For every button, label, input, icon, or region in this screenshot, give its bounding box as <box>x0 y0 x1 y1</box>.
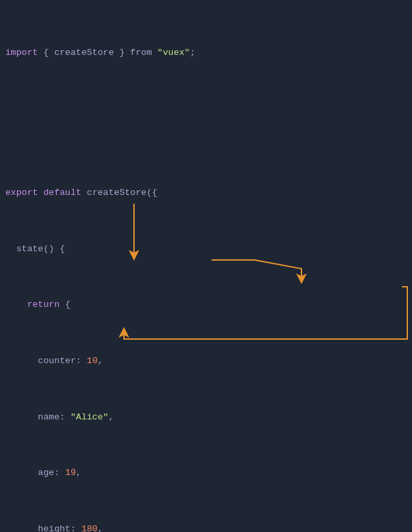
line-6: return { <box>5 298 407 312</box>
line-5: state() { <box>5 243 407 257</box>
line-4: export default createStore({ <box>5 186 407 200</box>
arrow-getters-to-discount-ref <box>212 260 301 279</box>
line-9: age: 19, <box>5 466 407 480</box>
line-10: height: 180, <box>5 523 407 532</box>
arrows-overlay <box>0 4 412 532</box>
line-7: counter: 10, <box>5 354 407 369</box>
arrow-discount-ref-to-def <box>124 287 407 339</box>
keyword-import: import <box>5 48 38 58</box>
line-1: import { createStore } from "vuex"; <box>5 46 407 60</box>
line-2 <box>5 102 407 116</box>
code-editor: import { createStore } from "vuex"; expo… <box>0 4 412 532</box>
line-3 <box>5 130 407 144</box>
line-8: name: "Alice", <box>5 411 407 425</box>
